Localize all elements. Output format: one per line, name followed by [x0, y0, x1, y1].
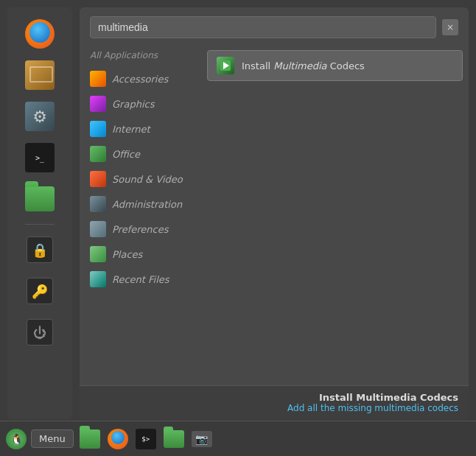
- file-manager-icon: [80, 429, 100, 449]
- search-bar: ×: [80, 7, 469, 44]
- main-area: ⚙ >_ 🔒 🔑 ⏻ × All A: [7, 7, 469, 419]
- categories-header: All Applications: [80, 47, 201, 66]
- taskbar-terminal-button[interactable]: $>: [134, 427, 158, 451]
- taskbar-files-button[interactable]: [78, 427, 102, 451]
- sidebar: ⚙ >_ 🔒 🔑 ⏻: [7, 7, 72, 419]
- firefox-icon: [25, 19, 55, 49]
- settings-icon: ⚙: [25, 102, 55, 131]
- sidebar-icon-firefox[interactable]: [21, 15, 59, 53]
- two-col-layout: All Applications Accessories Graphics In…: [80, 44, 469, 385]
- status-bar: Install Multimedia Codecs Add all the mi…: [80, 385, 469, 419]
- office-icon: [90, 146, 106, 162]
- recent-files-label: Recent Files: [112, 274, 169, 285]
- linux-menu-icon: 🐧: [6, 429, 27, 449]
- sidebar-icon-lock2[interactable]: 🔑: [21, 272, 59, 310]
- sidebar-icon-settings[interactable]: ⚙: [21, 97, 59, 136]
- sidebar-icon-terminal[interactable]: >_: [21, 138, 59, 177]
- category-item-office[interactable]: Office: [80, 141, 201, 166]
- category-item-accessories[interactable]: Accessories: [80, 66, 201, 91]
- search-clear-button[interactable]: ×: [442, 19, 458, 35]
- sidebar-icon-power[interactable]: ⏻: [21, 313, 59, 351]
- browser-icon: [108, 429, 128, 449]
- taskbar-folder-button[interactable]: [162, 427, 186, 451]
- sidebar-icon-package[interactable]: [21, 56, 59, 94]
- graphics-icon: [90, 96, 106, 112]
- sidebar-separator: [25, 224, 55, 225]
- taskbar-camera-button[interactable]: 📷: [190, 427, 214, 451]
- result-app-name: Install Multimedia Codecs: [242, 60, 365, 71]
- administration-icon: [90, 196, 106, 212]
- install-multimedia-codecs-icon: [217, 57, 234, 74]
- terminal-icon: >_: [25, 143, 55, 172]
- search-input[interactable]: [90, 16, 436, 38]
- lock-icon: 🔒: [27, 236, 53, 263]
- category-item-graphics[interactable]: Graphics: [80, 91, 201, 116]
- menu-label: Menu: [39, 433, 66, 444]
- status-description: Add all the missing multimedia codecs: [90, 403, 458, 413]
- clear-icon: ×: [447, 22, 454, 32]
- category-item-administration[interactable]: Administration: [80, 192, 201, 217]
- result-item-install-multimedia-codecs[interactable]: Install Multimedia Codecs: [207, 50, 463, 81]
- play-icon: [220, 60, 231, 71]
- accessories-icon: [90, 71, 106, 87]
- category-item-places[interactable]: Places: [80, 242, 201, 267]
- menu-button[interactable]: Menu: [31, 429, 74, 448]
- power-icon: ⏻: [27, 319, 53, 345]
- category-item-internet[interactable]: Internet: [80, 116, 201, 141]
- sidebar-icon-folder[interactable]: [21, 180, 59, 218]
- taskbar-browser-button[interactable]: [106, 427, 130, 451]
- camera-icon: 📷: [192, 431, 212, 447]
- preferences-icon: [90, 221, 106, 237]
- sound-video-icon: [90, 171, 106, 187]
- accessories-label: Accessories: [112, 74, 168, 85]
- category-item-preferences[interactable]: Preferences: [80, 217, 201, 242]
- taskbar: 🐧 Menu $> 📷: [0, 421, 476, 456]
- recent-files-icon: [90, 271, 106, 287]
- results-panel: Install Multimedia Codecs: [201, 44, 469, 385]
- office-label: Office: [112, 149, 140, 160]
- places-icon: [90, 246, 106, 262]
- package-icon: [25, 60, 55, 90]
- places-label: Places: [112, 249, 142, 260]
- categories-panel: All Applications Accessories Graphics In…: [80, 44, 201, 385]
- category-item-recent-files[interactable]: Recent Files: [80, 267, 201, 292]
- category-item-sound-video[interactable]: Sound & Video: [80, 166, 201, 192]
- sidebar-icon-lock1[interactable]: 🔒: [21, 231, 59, 269]
- folder-icon: [25, 186, 55, 211]
- internet-icon: [90, 121, 106, 137]
- sound-video-label: Sound & Video: [112, 174, 183, 185]
- terminal-taskbar-icon: $>: [136, 429, 156, 449]
- graphics-label: Graphics: [112, 99, 154, 110]
- administration-label: Administration: [112, 199, 182, 210]
- internet-label: Internet: [112, 124, 150, 135]
- folder-taskbar-icon: [164, 430, 184, 448]
- status-title: Install Multimedia Codecs: [90, 392, 458, 403]
- preferences-label: Preferences: [112, 224, 168, 235]
- key-icon: 🔑: [27, 278, 53, 304]
- content-panel: × All Applications Accessories Graphics …: [80, 7, 469, 419]
